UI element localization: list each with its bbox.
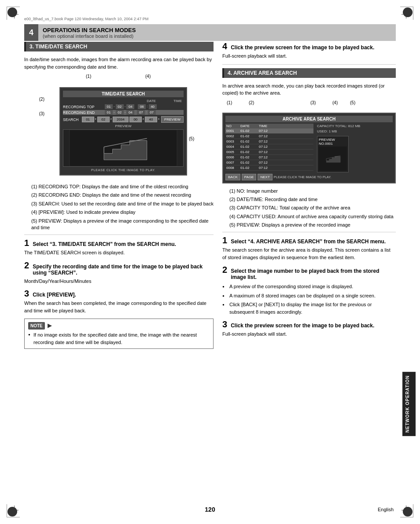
tds-rec-top-values: 01 - 02 - 04 06 : 40 (105, 104, 157, 109)
tds-items-list: (1) RECORDING TOP: Displays the date and… (24, 183, 214, 231)
staircase-svg (63, 130, 183, 166)
step-1-num: 1 (24, 238, 29, 247)
aas-bullet-1: A preview of the corresponding stored im… (222, 283, 396, 290)
aas-table-row-3[interactable]: 0003 01-02 07:12 (225, 139, 313, 144)
aas-preview-area[interactable]: PREVIEW NO.0001 (317, 136, 349, 172)
aas-step-1-body: The search screen for the archive area i… (222, 246, 396, 261)
tds-click-text: PLEASE CLICK THE IMAGE TO PLAY. (63, 168, 184, 172)
search-input-day[interactable] (97, 117, 110, 122)
preview-button[interactable]: PREVIEW (161, 116, 184, 123)
aas-item-5: (5) PREVIEW: Displays a preview of the r… (222, 222, 396, 228)
tds-recording-top-row: RECORDING TOP 01 - 02 - 04 06 : 40 (63, 104, 184, 109)
tds-item-3: (3) SEARCH: Used to set the recording da… (24, 201, 214, 207)
aas-table-row-4[interactable]: 0004 01-02 07:12 (225, 144, 313, 150)
tds-recording-end-row: RECORDING END 01 - 02 - 04 07 : 07 (63, 110, 184, 115)
search-input-hour[interactable] (129, 117, 142, 122)
tds-rec-end-v3: 04 (126, 110, 134, 115)
aas-panel-title: ARCHIVE AREA SEARCH (225, 116, 393, 122)
chapter-title: OPERATIONS IN SEARCH MODES (43, 27, 136, 33)
search-input-year[interactable] (113, 117, 129, 122)
step-4-num: 4 (222, 42, 227, 51)
tds-item-5: (5) PREVIEW: Displays a preview of the i… (24, 218, 214, 231)
ann-label-4-top: (4) (145, 74, 151, 79)
tds-diagram-container: (1) (4) (2) (3) TIME/DATE SEARCH DATE TI… (33, 74, 214, 180)
left-column: 3. TIME/DATE SEARCH In date/time search … (24, 42, 214, 498)
tds-rec-end-v1: 01 (105, 110, 113, 115)
aas-preview-img[interactable] (319, 147, 347, 171)
tds-rec-top-v4: 06 (138, 104, 146, 109)
aas-table-container: NO DATE TIME 0001 01-02 07:12 0002 01-02 (225, 124, 313, 171)
aas-bullet-3: Click [BACK] or [NEXT] to display the im… (222, 301, 396, 315)
aas-step-3-body: Full-screen playback will start. (222, 330, 396, 338)
aas-step-2-num: 2 (222, 265, 227, 274)
tds-rec-top-label: RECORDING TOP (63, 105, 105, 109)
tds-step-2: 2 Specify the recording date and time fo… (24, 261, 214, 285)
aas-capacity-total: CAPACITY TOTAL: 812 MB (317, 124, 393, 129)
chapter-number: 4 (24, 24, 38, 41)
circle-mark-tr (403, 7, 413, 17)
tds-rec-end-label: RECORDING END (63, 110, 105, 115)
page-footer: 120 English (0, 506, 420, 513)
aas-capacity-used: USED: 1 MB (317, 129, 393, 134)
aas-step-2-bullets: A preview of the corresponding stored im… (222, 283, 396, 315)
aas-table-row-6[interactable]: 0006 01-02 07:12 (225, 155, 313, 160)
main-content: 3. TIME/DATE SEARCH In date/time search … (24, 42, 396, 498)
aas-step-3-num: 3 (222, 320, 227, 329)
step-4-title: Click the preview screen for the image t… (231, 44, 374, 51)
aas-row1-time: 07:12 (259, 129, 273, 133)
divider-1 (24, 235, 214, 235)
aas-table-row-2[interactable]: 0002 01-02 07:12 (225, 134, 313, 139)
section-header-aas: 4. ARCHIVE AREA SEARCH (222, 68, 396, 78)
aas-items-list: (1) NO: Image number (2) DATE/TIME: Reco… (222, 188, 396, 229)
tds-step-1: 1 Select “3. TIME/DATE SEARCH” from the … (24, 238, 214, 257)
tds-preview-image[interactable] (63, 129, 184, 167)
search-input-min[interactable] (145, 117, 157, 122)
aas-next-button[interactable]: NEXT (258, 174, 272, 180)
aas-table-row-7[interactable]: 0007 01-02 07:12 (225, 160, 313, 165)
aas-item-4: (4) CAPACITY USED: Amount of archive are… (222, 213, 396, 220)
page-number: 120 (205, 506, 215, 513)
section-header-tds: 3. TIME/DATE SEARCH (24, 42, 214, 51)
aas-back-button[interactable]: BACK (225, 174, 240, 180)
tds-item-4: (4) [PREVIEW]: Used to indicate preview … (24, 209, 214, 216)
step-3-body: When the search has been completed, the … (24, 300, 214, 314)
file-info: e00_l8had_us_7.book Page 120 Wednesday, … (24, 17, 148, 21)
aas-item-3: (3) CAPACITY TOTAL: Total capacity of th… (222, 205, 396, 211)
aas-table-row-1[interactable]: 0001 01-02 07:12 (225, 128, 313, 134)
search-input-month[interactable] (82, 117, 94, 122)
aas-table-row-8[interactable]: 0008 01-02 07:12 (225, 165, 313, 171)
note-icon: NOTE (28, 322, 45, 330)
tds-rec-top-v2: 02 (116, 104, 124, 109)
aas-col-date-header: DATE (240, 124, 257, 128)
aas-step-2: 2 Select the image number to be played b… (222, 265, 396, 315)
aas-diagram-container: (1) (2) (3) (4) (5) ARCHIVE AREA SEARCH … (222, 100, 396, 183)
note-box: NOTE ▶ If no image exists for the specif… (24, 319, 214, 349)
ann-label-2: (2) (39, 97, 44, 102)
aas-ann-2: (2) (249, 100, 254, 105)
aas-row1-no: 0001 (226, 129, 239, 133)
tds-search-inputs: * * * * (82, 117, 160, 122)
aas-preview-label: PREVIEW NO.0001 (319, 138, 347, 146)
aas-panel: ARCHIVE AREA SEARCH NO DATE TIME 0001 01… (222, 113, 396, 183)
tds-rec-top-v1: 01 (105, 104, 113, 109)
aas-page-button[interactable]: PAGE (242, 174, 257, 180)
divider-3 (222, 232, 396, 232)
tds-step-3: 3 Click [PREVIEW]. When the search has b… (24, 289, 214, 314)
aas-right-side: CAPACITY TOTAL: 812 MB USED: 1 MB PREVIE… (313, 124, 393, 172)
date-col-label: DATE (147, 99, 156, 103)
aas-item-1: (1) NO: Image number (222, 188, 396, 194)
aas-step-3-title: Click the preview screen for the image t… (231, 322, 374, 329)
time-col-label: TIME (173, 99, 182, 103)
aas-col-time-header: TIME (259, 124, 273, 128)
aas-table-row-5[interactable]: 0005 01-02 07:12 (225, 150, 313, 155)
tds-item-2: (2) RECORDING END: Displays the date and… (24, 192, 214, 198)
tds-rec-end-v4: 07 (137, 110, 145, 115)
tds-search-label: SEARCH (63, 117, 82, 122)
tds-rec-top-v5: 40 (149, 104, 157, 109)
aas-step-1: 1 Select “4. ARCHIVE AREA SEARCH” from t… (222, 236, 396, 261)
aas-step-2-title: Select the image number to be played bac… (231, 268, 396, 280)
tds-search-row: SEARCH * * * * PREVIEW (63, 116, 184, 123)
tds-rec-end-v2: 02 (116, 110, 124, 115)
ann-label-3: (3) (39, 111, 44, 116)
aas-step-1-title: Select “4. ARCHIVE AREA SEARCH” from the… (231, 238, 386, 245)
